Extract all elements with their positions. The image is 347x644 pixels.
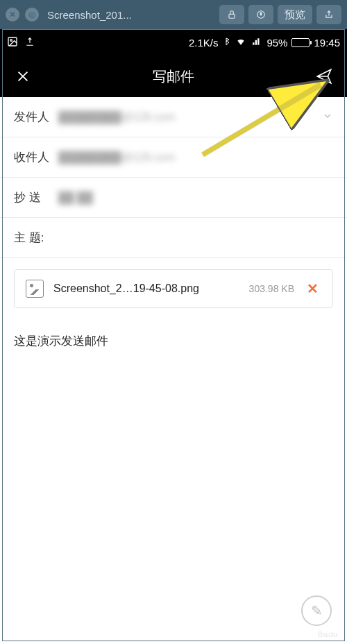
lock-icon[interactable] xyxy=(219,5,244,24)
sender-row[interactable]: 发件人 ████████@126.com xyxy=(0,97,347,137)
attachment-area: Screenshot_2…19-45-08.png 303.98 KB ✕ xyxy=(0,258,347,319)
bluetooth-icon xyxy=(222,36,230,49)
compose-form: 发件人 ████████@126.com 收件人 ████████@126.co… xyxy=(0,97,347,258)
assist-fab-icon[interactable]: ✎ xyxy=(301,595,332,626)
chevron-down-icon[interactable] xyxy=(322,110,333,124)
upload-icon xyxy=(25,37,35,49)
subject-label: 主 题: xyxy=(14,230,68,246)
sender-label: 发件人 xyxy=(14,109,58,125)
app-header: 写邮件 xyxy=(0,56,347,97)
cc-row[interactable]: 抄 送 ██ ██ xyxy=(0,178,347,218)
svg-rect-0 xyxy=(229,14,235,18)
subject-row[interactable]: 主 题: xyxy=(0,218,347,258)
recipient-row[interactable]: 收件人 ████████@126.com xyxy=(0,137,347,178)
cc-label: 抄 送 xyxy=(14,189,58,205)
clock: 19:45 xyxy=(314,37,340,49)
attachment-filename: Screenshot_2…19-45-08.png xyxy=(53,282,239,295)
browser-bar: ✕ ◎ Screenshot_201... 预览 xyxy=(0,0,347,29)
picture-icon xyxy=(7,36,18,49)
send-button[interactable] xyxy=(314,67,335,85)
attachment-size: 303.98 KB xyxy=(249,283,294,294)
page-title: 写邮件 xyxy=(33,67,314,86)
wifi-icon xyxy=(235,37,247,49)
sender-value: ████████@126.com xyxy=(58,111,322,124)
tab-title[interactable]: Screenshot_201... xyxy=(44,9,214,21)
email-body[interactable]: 这是演示发送邮件 xyxy=(0,319,347,363)
cc-value: ██ ██ xyxy=(58,192,333,204)
attachment-item[interactable]: Screenshot_2…19-45-08.png 303.98 KB ✕ xyxy=(14,269,333,308)
svg-point-3 xyxy=(10,39,12,41)
signal-icon xyxy=(251,37,262,49)
close-button[interactable] xyxy=(12,69,33,84)
status-bar: 2.1K/s 95% 19:45 xyxy=(0,29,347,56)
fire-icon[interactable] xyxy=(248,5,273,24)
battery-percent: 95% xyxy=(266,37,287,49)
watermark: Baidu xyxy=(318,630,337,638)
share-icon[interactable] xyxy=(316,5,341,24)
tab-target-icon[interactable]: ◎ xyxy=(25,8,39,22)
network-speed: 2.1K/s xyxy=(189,37,219,49)
remove-attachment-button[interactable]: ✕ xyxy=(304,280,321,297)
tab-close-icon[interactable]: ✕ xyxy=(6,8,19,22)
battery-icon xyxy=(291,38,310,47)
recipient-label: 收件人 xyxy=(14,149,58,165)
recipient-value: ████████@126.com xyxy=(58,151,333,164)
preview-button[interactable]: 预览 xyxy=(278,5,312,24)
image-file-icon xyxy=(26,280,44,298)
